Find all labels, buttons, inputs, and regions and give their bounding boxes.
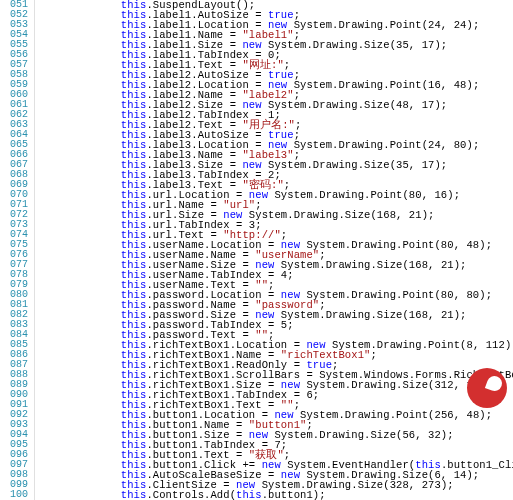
watermark-badge bbox=[467, 368, 507, 408]
code-editor[interactable]: 051 this.SuspendLayout();052 this.label1… bbox=[0, 0, 513, 500]
code-content[interactable]: this.Controls.Add(this.button1); bbox=[34, 490, 326, 500]
code-line[interactable]: 100 this.Controls.Add(this.button1); bbox=[0, 490, 513, 500]
watermark-badge-glyph bbox=[485, 374, 504, 393]
line-number: 100 bbox=[0, 490, 34, 500]
